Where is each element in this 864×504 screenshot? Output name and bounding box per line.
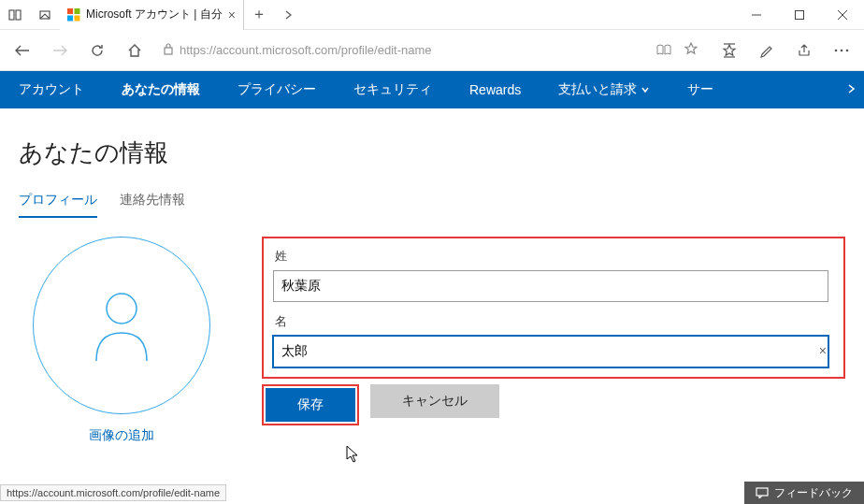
window-titlebar: Microsoft アカウント | 自分 × ＋ <box>0 0 864 30</box>
first-name-label: 名 <box>275 313 834 330</box>
tab-profile[interactable]: プロフィール <box>19 192 97 218</box>
svg-point-16 <box>846 49 849 51</box>
svg-rect-6 <box>75 15 80 21</box>
minimize-button[interactable] <box>735 0 778 30</box>
nav-payment[interactable]: 支払いと請求 <box>558 81 650 98</box>
maximize-button[interactable] <box>778 0 821 30</box>
cursor-icon <box>346 445 361 464</box>
svg-rect-1 <box>16 10 21 20</box>
nav-scroll-right-icon[interactable] <box>845 81 857 98</box>
person-icon <box>89 288 154 363</box>
feedback-button[interactable]: フィードバック <box>744 482 864 505</box>
close-window-button[interactable] <box>821 0 864 30</box>
svg-rect-18 <box>756 488 768 496</box>
last-name-input[interactable] <box>273 270 828 302</box>
notes-icon[interactable] <box>752 36 782 65</box>
home-button[interactable] <box>120 36 150 65</box>
first-name-input[interactable] <box>273 336 828 367</box>
nav-security[interactable]: セキュリティ <box>353 81 432 98</box>
add-image-link[interactable]: 画像の追加 <box>89 427 154 444</box>
tab-preview-icon[interactable] <box>30 0 60 30</box>
url-text: https://account.microsoft.com/profile/ed… <box>180 43 647 57</box>
chat-icon <box>756 487 769 498</box>
svg-rect-3 <box>67 8 73 14</box>
save-button-highlight: 保存 <box>262 384 359 425</box>
share-icon[interactable] <box>789 36 819 65</box>
forward-button[interactable] <box>45 36 75 65</box>
lock-icon <box>163 42 174 59</box>
cancel-button[interactable]: キャンセル <box>370 384 499 418</box>
new-tab-button[interactable]: ＋ <box>244 0 274 30</box>
clear-input-icon[interactable]: × <box>819 343 827 358</box>
svg-point-15 <box>841 49 843 51</box>
tab-title: Microsoft アカウント | 自分 <box>86 7 223 22</box>
subtabs: プロフィール 連絡先情報 <box>19 192 845 218</box>
nav-services[interactable]: サー <box>687 81 713 98</box>
status-bar: https://account.microsoft.com/profile/ed… <box>0 482 864 504</box>
ms-logo-icon <box>67 8 80 22</box>
nav-your-info[interactable]: あなたの情報 <box>122 81 200 98</box>
svg-point-17 <box>107 294 137 324</box>
svg-rect-4 <box>75 8 80 14</box>
nav-rewards[interactable]: Rewards <box>469 82 521 97</box>
save-button[interactable]: 保存 <box>266 388 355 422</box>
tab-chevron-icon[interactable] <box>274 0 304 30</box>
nav-account[interactable]: アカウント <box>19 81 84 98</box>
svg-rect-8 <box>796 10 804 19</box>
name-form-highlight: 姓 名 × <box>262 237 845 379</box>
site-nav: アカウント あなたの情報 プライバシー セキュリティ Rewards 支払いと請… <box>0 71 864 108</box>
browser-tab[interactable]: Microsoft アカウント | 自分 × <box>60 0 244 30</box>
svg-rect-11 <box>165 48 172 54</box>
more-icon[interactable] <box>827 36 857 65</box>
refresh-button[interactable] <box>82 36 112 65</box>
browser-toolbar: https://account.microsoft.com/profile/ed… <box>0 30 864 71</box>
page-title: あなたの情報 <box>19 137 845 169</box>
back-button[interactable] <box>7 36 37 65</box>
reading-view-icon[interactable] <box>653 42 675 59</box>
svg-rect-0 <box>9 10 14 20</box>
last-name-label: 姓 <box>275 248 834 265</box>
tabs-aside-icon[interactable] <box>0 0 30 30</box>
nav-privacy[interactable]: プライバシー <box>238 81 316 98</box>
svg-point-14 <box>835 49 838 51</box>
address-bar[interactable]: https://account.microsoft.com/profile/ed… <box>157 36 707 65</box>
svg-rect-5 <box>67 15 73 21</box>
avatar-placeholder[interactable] <box>33 237 210 414</box>
tab-contact[interactable]: 連絡先情報 <box>120 192 185 218</box>
status-url: https://account.microsoft.com/profile/ed… <box>0 484 226 501</box>
favorite-star-icon[interactable] <box>681 42 701 59</box>
favorites-hub-icon[interactable] <box>714 36 744 65</box>
tab-close-icon[interactable]: × <box>228 7 236 22</box>
